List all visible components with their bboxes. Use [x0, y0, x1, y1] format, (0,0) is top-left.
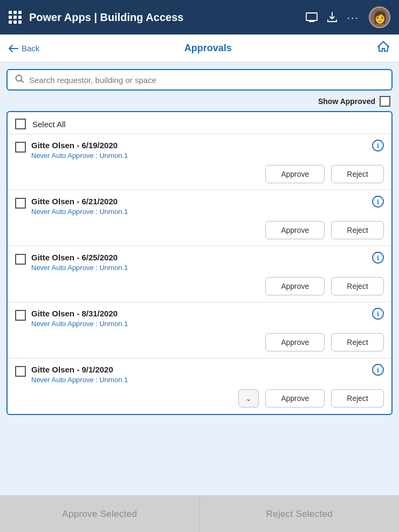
- svg-text:i: i: [377, 310, 379, 318]
- approval-checkbox-2[interactable]: [15, 254, 26, 265]
- approval-item-3: Gitte Olsen - 8/31/2020 Never Auto Appro…: [8, 302, 391, 358]
- grid-icon[interactable]: [9, 11, 22, 24]
- svg-text:i: i: [377, 254, 379, 262]
- approval-name-date-1: Gitte Olsen - 6/21/2020: [31, 197, 367, 206]
- reject-button-2[interactable]: Reject: [331, 277, 384, 295]
- approve-button-1[interactable]: Approve: [265, 221, 325, 239]
- info-button-2[interactable]: i: [372, 252, 384, 266]
- download-icon[interactable]: [327, 12, 337, 23]
- reject-button-3[interactable]: Reject: [331, 333, 384, 351]
- approval-actions-1: Approve Reject: [15, 221, 384, 239]
- approval-actions-2: Approve Reject: [15, 277, 384, 295]
- approve-selected-button[interactable]: Approve Selected: [0, 496, 200, 532]
- show-approved-checkbox[interactable]: [380, 96, 390, 107]
- approval-name-date-0: Gitte Olsen - 6/19/2020: [31, 141, 367, 150]
- svg-line-4: [21, 80, 23, 82]
- approval-actions-3: Approve Reject: [15, 333, 384, 351]
- info-button-1[interactable]: i: [372, 196, 384, 210]
- approval-item-2: Gitte Olsen - 6/25/2020 Never Auto Appro…: [8, 246, 391, 302]
- show-approved-label: Show Approved: [318, 97, 375, 106]
- search-bar: [6, 69, 393, 91]
- approval-sub-0: Never Auto Approve : Unmon.1: [31, 151, 367, 160]
- approval-sub-4: Never Auto Approve : Unmon.1: [31, 376, 367, 384]
- screen-icon[interactable]: [306, 12, 318, 22]
- svg-text:i: i: [377, 366, 379, 374]
- approval-name-date-2: Gitte Olsen - 6/25/2020: [31, 253, 367, 262]
- approve-button-4[interactable]: Approve: [265, 389, 325, 407]
- approval-actions-0: Approve Reject: [15, 165, 384, 183]
- approvals-list: Select All Gitte Olsen - 6/19/2020 Never…: [6, 111, 393, 415]
- approval-checkbox-1[interactable]: [15, 198, 26, 209]
- home-button[interactable]: [376, 40, 390, 57]
- approval-checkbox-3[interactable]: [15, 310, 26, 321]
- reject-selected-button[interactable]: Reject Selected: [200, 496, 400, 532]
- approval-actions-4: ⌄ Approve Reject: [15, 389, 384, 407]
- header-icons: ··· 👩: [306, 6, 390, 28]
- chevron-button-4[interactable]: ⌄: [238, 389, 259, 407]
- reject-button-4[interactable]: Reject: [331, 389, 384, 407]
- search-icon: [15, 74, 24, 85]
- app-title: Power Apps | Building Access: [29, 11, 298, 24]
- info-button-3[interactable]: i: [372, 308, 384, 322]
- nav-title: Approvals: [39, 43, 376, 54]
- approval-sub-1: Never Auto Approve : Unmon.1: [31, 208, 367, 216]
- select-all-row: Select All: [8, 112, 391, 134]
- app-header: Power Apps | Building Access ··· 👩: [0, 0, 399, 34]
- info-button-0[interactable]: i: [372, 140, 384, 154]
- nav-bar: Back Approvals: [0, 34, 399, 63]
- select-all-checkbox[interactable]: [15, 119, 26, 129]
- svg-text:i: i: [377, 198, 379, 206]
- bottom-bar: Approve Selected Reject Selected: [0, 495, 399, 532]
- svg-text:i: i: [377, 142, 379, 150]
- reject-button-0[interactable]: Reject: [331, 165, 384, 183]
- show-approved-row: Show Approved: [6, 96, 393, 107]
- info-button-4[interactable]: i: [372, 364, 384, 378]
- approval-sub-2: Never Auto Approve : Unmon.1: [31, 264, 367, 272]
- back-button[interactable]: Back: [9, 44, 39, 53]
- approval-name-date-3: Gitte Olsen - 8/31/2020: [31, 309, 367, 318]
- select-all-label: Select All: [32, 120, 66, 129]
- reject-button-1[interactable]: Reject: [331, 221, 384, 239]
- approval-name-date-4: Gitte Olsen - 9/1/2020: [31, 365, 367, 374]
- main-content: Show Approved Select All Gitte Olsen - 6…: [0, 63, 399, 495]
- svg-rect-0: [306, 13, 317, 20]
- approval-sub-3: Never Auto Approve : Unmon.1: [31, 320, 367, 328]
- avatar-image: 👩: [373, 10, 387, 24]
- approval-item-0: Gitte Olsen - 6/19/2020 Never Auto Appro…: [8, 134, 391, 190]
- approval-checkbox-0[interactable]: [15, 142, 26, 153]
- more-icon[interactable]: ···: [347, 11, 359, 24]
- approve-button-2[interactable]: Approve: [265, 277, 325, 295]
- search-input[interactable]: [29, 75, 384, 85]
- approval-checkbox-4[interactable]: [15, 366, 26, 377]
- approval-item-4: Gitte Olsen - 9/1/2020 Never Auto Approv…: [8, 358, 391, 414]
- approve-button-3[interactable]: Approve: [265, 333, 325, 351]
- approve-button-0[interactable]: Approve: [265, 165, 325, 183]
- avatar[interactable]: 👩: [369, 6, 390, 28]
- approval-item-1: Gitte Olsen - 6/21/2020 Never Auto Appro…: [8, 190, 391, 246]
